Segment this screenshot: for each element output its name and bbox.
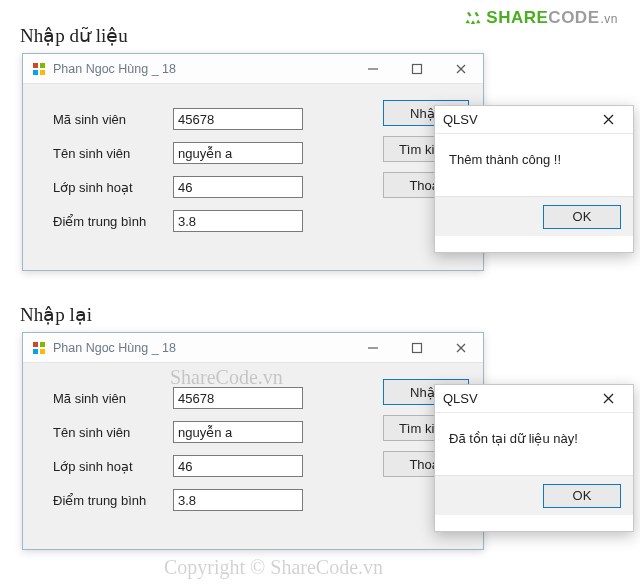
messagebox-title: QLSV (443, 391, 478, 406)
section1: Phan Ngoc Hùng _ 18 Mã sinh viên Tên sin… (14, 53, 626, 283)
student-form-window: Phan Ngoc Hùng _ 18 Mã sinh viên Tên sin… (22, 332, 484, 550)
messagebox-titlebar[interactable]: QLSV (435, 385, 633, 413)
svg-rect-1 (40, 63, 45, 68)
label-gpa: Điểm trung bình (53, 214, 173, 229)
recycle-icon (464, 9, 482, 27)
close-button[interactable] (439, 54, 483, 84)
close-button[interactable] (439, 333, 483, 363)
logo-text-1: SHARE (486, 8, 548, 27)
logo-suffix: .vn (600, 12, 618, 26)
label-student-name: Tên sinh viên (53, 146, 173, 161)
titlebar[interactable]: Phan Ngoc Hùng _ 18 (23, 54, 483, 84)
messagebox: QLSV Thêm thành công !! OK (434, 105, 634, 253)
window-title: Phan Ngoc Hùng _ 18 (53, 341, 176, 355)
messagebox-close-button[interactable] (591, 108, 625, 132)
svg-rect-2 (33, 70, 38, 75)
svg-rect-0 (33, 63, 38, 68)
svg-rect-10 (33, 342, 38, 347)
section2-caption: Nhập lại (20, 303, 640, 326)
input-class[interactable] (173, 176, 303, 198)
label-gpa: Điểm trung bình (53, 493, 173, 508)
messagebox-message: Đã tồn tại dữ liệu này! (435, 413, 633, 475)
student-form-window: Phan Ngoc Hùng _ 18 Mã sinh viên Tên sin… (22, 53, 484, 271)
titlebar[interactable]: Phan Ngoc Hùng _ 18 (23, 333, 483, 363)
input-student-id[interactable] (173, 387, 303, 409)
sharecode-logo: SHARECODE.vn (464, 8, 618, 28)
maximize-button[interactable] (395, 54, 439, 84)
input-class[interactable] (173, 455, 303, 477)
label-student-id: Mã sinh viên (53, 391, 173, 406)
messagebox-titlebar[interactable]: QLSV (435, 106, 633, 134)
input-student-name[interactable] (173, 421, 303, 443)
window-title: Phan Ngoc Hùng _ 18 (53, 62, 176, 76)
svg-rect-12 (33, 349, 38, 354)
label-class: Lớp sinh hoạt (53, 180, 173, 195)
label-class: Lớp sinh hoạt (53, 459, 173, 474)
messagebox-message: Thêm thành công !! (435, 134, 633, 196)
svg-rect-15 (413, 343, 422, 352)
messagebox: QLSV Đã tồn tại dữ liệu này! OK (434, 384, 634, 532)
messagebox-ok-button[interactable]: OK (543, 205, 621, 229)
input-gpa[interactable] (173, 210, 303, 232)
minimize-button[interactable] (351, 333, 395, 363)
messagebox-close-button[interactable] (591, 387, 625, 411)
input-student-id[interactable] (173, 108, 303, 130)
winforms-app-icon (31, 61, 47, 77)
section2: Phan Ngoc Hùng _ 18 Mã sinh viên Tên sin… (14, 332, 626, 562)
svg-rect-13 (40, 349, 45, 354)
maximize-button[interactable] (395, 333, 439, 363)
messagebox-title: QLSV (443, 112, 478, 127)
minimize-button[interactable] (351, 54, 395, 84)
svg-rect-11 (40, 342, 45, 347)
svg-rect-3 (40, 70, 45, 75)
label-student-id: Mã sinh viên (53, 112, 173, 127)
input-student-name[interactable] (173, 142, 303, 164)
winforms-app-icon (31, 340, 47, 356)
logo-text-2: CODE (548, 8, 599, 27)
label-student-name: Tên sinh viên (53, 425, 173, 440)
messagebox-ok-button[interactable]: OK (543, 484, 621, 508)
svg-rect-5 (413, 64, 422, 73)
input-gpa[interactable] (173, 489, 303, 511)
